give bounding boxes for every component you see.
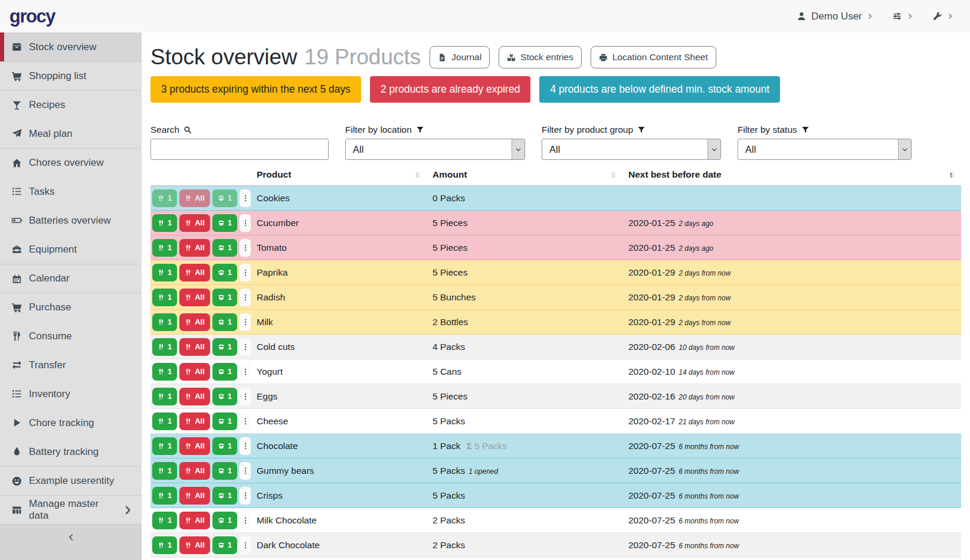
status-banner-3[interactable]: 4 products are below defined min. stock …	[539, 76, 780, 103]
consume-all-button[interactable]: All	[179, 462, 210, 480]
open-one-button[interactable]: 1	[212, 313, 237, 331]
consume-all-button[interactable]: All	[179, 437, 210, 455]
consume-one-button[interactable]: 1	[152, 289, 177, 306]
consume-one-button[interactable]: 1	[152, 412, 177, 430]
row-menu-button[interactable]	[240, 189, 251, 207]
row-menu-button[interactable]	[240, 239, 251, 257]
consume-all-button[interactable]: All	[179, 338, 210, 356]
admin-menu[interactable]	[932, 11, 953, 21]
location-filter-select[interactable]: All	[345, 139, 525, 160]
row-menu-button[interactable]	[240, 487, 251, 505]
sidebar-item-example-userentity[interactable]: Example userentity	[0, 466, 142, 495]
consume-one-button[interactable]: 1	[152, 437, 177, 455]
open-one-button[interactable]: 1	[212, 437, 237, 455]
row-menu-button[interactable]	[240, 214, 251, 232]
row-menu-button[interactable]	[240, 313, 251, 331]
consume-one-button[interactable]: 1	[152, 214, 177, 232]
row-menu-button[interactable]	[240, 338, 251, 356]
sidebar-item-tasks[interactable]: Tasks	[0, 177, 142, 206]
sidebar-item-purchase[interactable]: Purchase	[0, 293, 142, 322]
sidebar-item-chore-tracking[interactable]: Chore tracking	[0, 408, 142, 437]
date-column-header[interactable]: Next best before date	[622, 166, 961, 186]
open-one-button[interactable]: 1	[212, 338, 237, 356]
row-menu-button[interactable]	[240, 536, 251, 554]
sidebar-item-meal-plan[interactable]: Meal plan	[0, 119, 142, 148]
user-menu[interactable]: Demo User	[797, 11, 873, 22]
consume-one-button[interactable]: 1	[152, 189, 177, 207]
row-menu-button[interactable]	[240, 512, 251, 529]
consume-all-button[interactable]: All	[179, 363, 210, 381]
consume-one-button[interactable]: 1	[152, 338, 177, 356]
amount-value: 5 Packs	[432, 466, 465, 476]
sidebar-item-batteries-overview[interactable]: Batteries overview	[0, 206, 142, 235]
sidebar-item-manage-master-data[interactable]: Manage master data	[0, 495, 142, 524]
ellipsis-v-icon	[241, 318, 250, 326]
sidebar-item-chores-overview[interactable]: Chores overview	[0, 148, 142, 177]
consume-all-button[interactable]: All	[179, 412, 210, 430]
open-one-button[interactable]: 1	[212, 462, 237, 480]
consume-one-button[interactable]: 1	[152, 363, 177, 381]
consume-all-button[interactable]: All	[179, 512, 210, 529]
row-menu-button[interactable]	[240, 462, 251, 480]
journal-button[interactable]: Journal	[430, 46, 490, 68]
row-menu-button[interactable]	[240, 437, 251, 455]
open-one-button[interactable]: 1	[212, 363, 237, 381]
sidebar-item-battery-tracking[interactable]: Battery tracking	[0, 437, 142, 466]
consume-one-button[interactable]: 1	[152, 462, 177, 480]
product-name: Crisps	[251, 483, 427, 508]
row-menu-button[interactable]	[240, 412, 251, 430]
table-header-row: Product Amount Next best before date	[150, 166, 961, 186]
location-content-sheet-button[interactable]: Location Content Sheet	[591, 46, 716, 68]
consume-all-button[interactable]: All	[179, 388, 210, 405]
amount-column-header[interactable]: Amount	[427, 166, 622, 186]
status-banner-2[interactable]: 2 products are already expired	[370, 76, 530, 103]
sidebar-item-transfer[interactable]: Transfer	[0, 351, 142, 379]
row-menu-button[interactable]	[240, 289, 251, 306]
consume-one-button[interactable]: 1	[152, 512, 177, 529]
row-menu-button[interactable]	[240, 363, 251, 381]
consume-all-button[interactable]: All	[179, 214, 210, 232]
sidebar-collapse-button[interactable]	[0, 524, 142, 560]
consume-one-button[interactable]: 1	[152, 239, 177, 257]
open-one-button[interactable]: 1	[212, 189, 237, 207]
row-menu-button[interactable]	[240, 388, 251, 405]
consume-all-button[interactable]: All	[179, 239, 210, 257]
open-one-button[interactable]: 1	[212, 239, 237, 257]
open-one-button[interactable]: 1	[212, 412, 237, 430]
open-one-button[interactable]: 1	[212, 487, 237, 505]
sidebar-item-inventory[interactable]: Inventory	[0, 379, 142, 408]
stock-entries-button[interactable]: Stock entries	[499, 46, 582, 68]
open-one-button[interactable]: 1	[212, 512, 237, 529]
consume-all-button[interactable]: All	[179, 487, 210, 505]
row-menu-button[interactable]	[240, 264, 251, 281]
consume-all-button[interactable]: All	[179, 313, 210, 331]
consume-one-button[interactable]: 1	[152, 313, 177, 331]
grocy-logo[interactable]: grocy	[9, 6, 55, 27]
consume-all-button[interactable]: All	[179, 189, 210, 207]
sidebar-item-stock-overview[interactable]: Stock overview	[0, 32, 142, 61]
consume-all-button[interactable]: All	[179, 289, 210, 306]
consume-all-button[interactable]: All	[179, 264, 210, 281]
product-name: Cold cuts	[251, 335, 427, 359]
open-one-button[interactable]: 1	[212, 388, 237, 405]
product-column-header[interactable]: Product	[251, 166, 427, 186]
sidebar-item-equipment[interactable]: Equipment	[0, 235, 142, 264]
open-one-button[interactable]: 1	[212, 536, 237, 554]
consume-one-button[interactable]: 1	[152, 264, 177, 281]
consume-one-button[interactable]: 1	[152, 388, 177, 405]
sidebar-item-consume[interactable]: Consume	[0, 322, 142, 351]
status-banner-1[interactable]: 3 products expiring within the next 5 da…	[150, 76, 361, 103]
sidebar-item-calendar[interactable]: Calendar	[0, 264, 142, 293]
consume-one-button[interactable]: 1	[152, 487, 177, 505]
settings-menu[interactable]	[892, 11, 913, 21]
status-filter-select[interactable]: All	[738, 139, 912, 160]
search-input[interactable]	[150, 139, 329, 160]
consume-all-button[interactable]: All	[179, 536, 210, 554]
open-one-button[interactable]: 1	[212, 214, 237, 232]
sidebar-item-shopping-list[interactable]: Shopping list	[0, 61, 142, 90]
sidebar-item-recipes[interactable]: Recipes	[0, 90, 142, 119]
consume-one-button[interactable]: 1	[152, 536, 177, 554]
open-one-button[interactable]: 1	[212, 264, 237, 281]
product-group-filter-select[interactable]: All	[542, 139, 721, 160]
open-one-button[interactable]: 1	[212, 289, 237, 306]
